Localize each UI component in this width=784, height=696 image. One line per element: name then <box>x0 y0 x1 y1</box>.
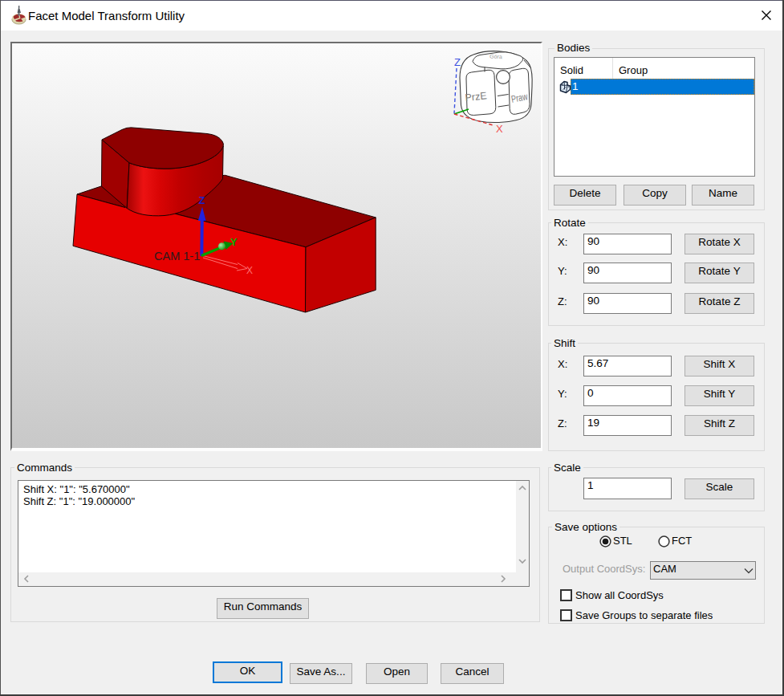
svg-text:Z: Z <box>199 194 205 206</box>
svg-text:PrzE: PrzE <box>465 90 487 104</box>
svg-text:CAM 1-1: CAM 1-1 <box>154 250 200 263</box>
svg-text:Z: Z <box>454 56 461 68</box>
svg-text:Góra: Góra <box>489 54 502 60</box>
svg-text:X: X <box>246 265 253 276</box>
svg-text:Y: Y <box>230 236 238 248</box>
svg-text:X: X <box>496 123 503 135</box>
